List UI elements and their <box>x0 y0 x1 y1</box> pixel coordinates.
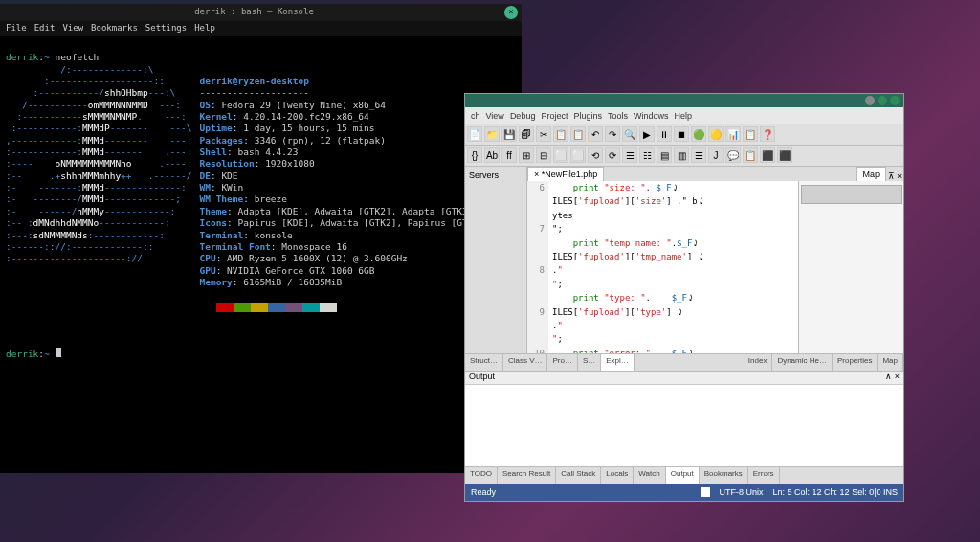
menu-debug[interactable]: Debug <box>510 111 536 121</box>
side-tab[interactable]: Expl… <box>601 354 635 371</box>
toolbar-icon[interactable]: ☰ <box>622 147 637 163</box>
menu-help[interactable]: Help <box>674 111 692 121</box>
toolbar-icon[interactable]: ⬛ <box>777 147 792 163</box>
side-tab[interactable]: S… <box>578 354 601 371</box>
menu-bookmarks[interactable]: Bookmarks <box>91 23 138 34</box>
minimap-viewport[interactable] <box>801 185 902 204</box>
toolbar-icon[interactable]: ⟳ <box>605 147 620 163</box>
toolbar-icon[interactable]: ↷ <box>605 126 620 142</box>
side-tab[interactable]: Dynamic He… <box>772 354 833 371</box>
toolbar-icon[interactable]: ☰ <box>691 147 706 163</box>
side-tab[interactable]: Struct… <box>465 354 503 371</box>
tool-tab[interactable]: Errors <box>748 467 780 484</box>
file-tab[interactable]: *NewFile1.php <box>527 167 604 181</box>
toolbar-icon[interactable]: ⊟ <box>536 147 551 163</box>
menu-windows[interactable]: Windows <box>634 111 669 121</box>
side-tab[interactable]: Pro… <box>547 354 577 371</box>
color-swatch <box>216 303 234 312</box>
output-panel[interactable]: Output⊼ × <box>465 371 903 466</box>
side-tab[interactable]: Properties <box>833 354 878 371</box>
close-icon[interactable] <box>890 96 900 105</box>
close-icon[interactable]: × <box>504 6 518 19</box>
toolbar-icon[interactable]: ⬜ <box>553 147 568 163</box>
nf-host: derrik@ryzen-desktop <box>199 76 308 86</box>
ide-titlebar[interactable] <box>465 94 903 107</box>
terminal-menubar: File Edit View Bookmarks Settings Help <box>0 21 522 36</box>
menu-edit[interactable]: Edit <box>34 23 56 34</box>
toolbar-icon[interactable]: 📄 <box>467 126 482 142</box>
menu-item[interactable]: ch <box>471 111 480 121</box>
konsole-window: derrik : bash — Konsole × File Edit View… <box>0 4 522 473</box>
toolbar-icon[interactable]: ⏹ <box>674 126 689 142</box>
code-editor[interactable]: 67891011121314 print "size: ". $_F⤸ILES[… <box>527 181 798 353</box>
toolbar-icon[interactable]: ⬜ <box>570 147 586 163</box>
color-swatch <box>268 303 285 312</box>
toolbar-icon[interactable]: ✂ <box>536 126 551 142</box>
code-text[interactable]: print "size: ". $_F⤸ILES['fupload']['siz… <box>548 181 798 353</box>
prompt-path: ~ <box>44 52 50 62</box>
toolbar-icon[interactable]: ▤ <box>657 147 672 163</box>
tool-tab[interactable]: TODO <box>465 467 498 484</box>
line-gutter: 67891011121314 <box>527 181 548 353</box>
minimize-icon[interactable] <box>865 96 875 105</box>
toolbar-icon[interactable]: 📋 <box>553 126 568 142</box>
toolbar-icon[interactable]: 💬 <box>725 147 741 163</box>
side-tab[interactable]: Map <box>878 354 903 371</box>
menu-help[interactable]: Help <box>194 23 215 34</box>
toolbar-icon[interactable]: 📋 <box>570 126 586 142</box>
menu-view[interactable]: View <box>62 23 83 34</box>
toolbar-icon[interactable]: 📊 <box>725 126 741 142</box>
bottom-tool-tabs: TODOSearch ResultCall StackLocalsWatchOu… <box>465 466 903 484</box>
status-encoding: UTF-8 Unix <box>720 487 764 497</box>
toolbar-icon[interactable]: 🟢 <box>691 126 706 142</box>
tool-tab[interactable]: Search Result <box>498 467 556 484</box>
tool-tab[interactable]: Call Stack <box>556 467 601 484</box>
toolbar-icon[interactable]: ⊞ <box>519 147 534 163</box>
toolbar-icon[interactable]: Ab <box>484 147 500 163</box>
menu-file[interactable]: File <box>6 23 27 34</box>
menu-plugins[interactable]: Plugins <box>573 111 602 121</box>
menu-settings[interactable]: Settings <box>145 23 187 34</box>
tool-tab[interactable]: Locals <box>601 467 634 484</box>
toolbar-icon[interactable]: 🟡 <box>708 126 724 142</box>
status-ready: Ready <box>471 487 496 497</box>
toolbar-icon[interactable]: ⟲ <box>588 147 603 163</box>
side-tab[interactable]: Class V… <box>503 354 548 371</box>
prompt-user: derrik <box>6 52 38 62</box>
toolbar-icon[interactable]: 💾 <box>501 126 517 142</box>
toolbar-icon[interactable]: ☷ <box>639 147 655 163</box>
toolbar-icon[interactable]: ▶ <box>639 126 655 142</box>
map-tab-label[interactable]: Map <box>856 167 886 181</box>
toolbar-icon[interactable]: {} <box>467 147 482 163</box>
color-swatch <box>251 303 268 312</box>
terminal-body[interactable]: derrik:~ neofetch /:-------------:\ :---… <box>0 36 522 375</box>
toolbar-icon[interactable]: ⬛ <box>760 147 775 163</box>
toolbar-icon[interactable]: ❓ <box>760 126 775 142</box>
toolbar-icon[interactable]: 📋 <box>743 126 758 142</box>
minimap-panel[interactable] <box>798 181 903 353</box>
servers-panel[interactable]: Servers <box>465 167 527 353</box>
toolbar-icon[interactable]: ↶ <box>588 126 603 142</box>
toolbar-icon[interactable]: 🔍 <box>622 126 637 142</box>
ide-menubar: ch View Debug Project Plugins Tools Wind… <box>465 107 903 124</box>
side-tab[interactable]: Index <box>744 354 773 371</box>
toolbar-icon[interactable]: ff <box>501 147 517 163</box>
maximize-icon[interactable] <box>878 96 887 105</box>
menu-tools[interactable]: Tools <box>608 111 628 121</box>
tool-tab[interactable]: Watch <box>634 467 665 484</box>
toolbar-icon[interactable]: 🗐 <box>519 126 534 142</box>
toolbar-icon[interactable]: ⏸ <box>657 126 672 142</box>
terminal-titlebar[interactable]: derrik : bash — Konsole × <box>0 4 522 21</box>
checkbox-icon[interactable] <box>701 487 710 497</box>
toolbar-icon[interactable]: J <box>708 147 724 163</box>
toolbar-icon[interactable]: 📁 <box>484 126 500 142</box>
menu-view[interactable]: View <box>486 111 504 121</box>
panel-close-icon[interactable]: ⊼ × <box>885 372 900 381</box>
tool-tab[interactable]: Output <box>666 467 700 484</box>
ide-toolbar: 📄📁💾🗐✂📋📋↶↷🔍▶⏸⏹🟢🟡📊📋❓ <box>465 124 903 146</box>
panel-pin-icon[interactable]: ⊼ × <box>886 171 903 181</box>
toolbar-icon[interactable]: ▥ <box>674 147 689 163</box>
menu-project[interactable]: Project <box>541 111 568 121</box>
tool-tab[interactable]: Bookmarks <box>700 467 748 484</box>
toolbar-icon[interactable]: 📋 <box>743 147 758 163</box>
